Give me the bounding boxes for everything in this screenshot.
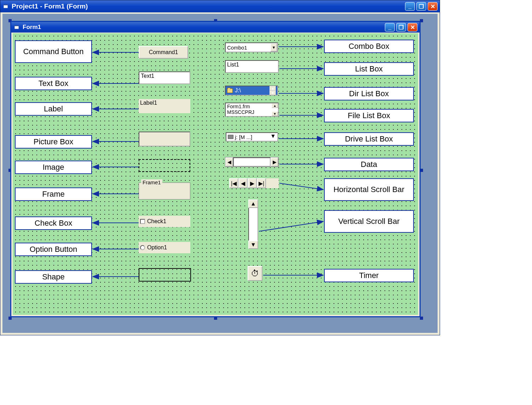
vb-project-icon — [2, 3, 9, 10]
callout-timer: Timer — [324, 269, 414, 282]
data-control[interactable]: ◀ ▶ — [225, 157, 279, 167]
outer-titlebar[interactable]: Project1 - Form1 (Form) _ ❐ ✕ — [0, 0, 440, 12]
callout-check-box: Check Box — [15, 216, 92, 230]
textbox-value: Text1 — [141, 73, 154, 79]
label-caption: Label1 — [140, 100, 157, 106]
drive-icon — [228, 135, 233, 139]
mdi-parent-window: Project1 - Form1 (Form) _ ❐ ✕ Form1 — [0, 0, 440, 335]
svg-line-19 — [279, 183, 323, 190]
callout-text: Combo Box — [349, 42, 389, 51]
textbox-control[interactable]: Text1 — [139, 71, 190, 84]
callout-drive-list-box: Drive List Box — [324, 132, 414, 146]
frame-control[interactable]: Frame1 — [139, 183, 190, 199]
callout-shape: Shape — [15, 270, 92, 284]
callout-hscroll: Horizontal Scroll Bar — [324, 178, 414, 201]
hscroll-prev-icon[interactable]: ◀ — [238, 178, 248, 188]
callout-text: Timer — [359, 271, 378, 280]
callout-option-button: Option Button — [15, 243, 92, 256]
callout-list-box: List Box — [324, 62, 414, 76]
command-button-caption: Command1 — [149, 49, 178, 56]
vscroll-track[interactable] — [248, 208, 258, 241]
callout-text: Horizontal Scroll Bar — [334, 185, 405, 194]
listbox-control[interactable]: List1 — [225, 60, 279, 73]
form-icon — [13, 24, 20, 30]
callout-text: Vertical Scroll Bar — [338, 217, 400, 226]
callout-file-list-box: File List Box — [324, 109, 414, 122]
filelist-up-icon[interactable]: ▲ — [272, 103, 278, 108]
callout-text: Command Button — [23, 47, 83, 56]
mdi-client-area: Form1 _ ❐ ✕ Command Button Text Box Labe… — [2, 14, 438, 333]
callout-text: Text Box — [39, 79, 68, 88]
command-button-control[interactable]: Command1 — [139, 46, 188, 59]
callout-text: Option Button — [30, 245, 77, 254]
timer-control[interactable]: ⏱ — [248, 266, 262, 281]
svg-rect-1 — [4, 4, 8, 5]
combobox-control[interactable]: Combo1 ▼ — [225, 42, 278, 52]
vscroll-down-icon[interactable]: ▼ — [248, 241, 258, 249]
option-caption: Option1 — [147, 244, 167, 251]
option-circle — [140, 245, 145, 250]
callout-vscroll: Vertical Scroll Bar — [324, 210, 414, 233]
callout-text: Dir List Box — [349, 89, 389, 98]
hscroll-last-icon[interactable]: ▶| — [257, 178, 266, 188]
vscrollbar-control[interactable]: ▲ ▼ — [248, 199, 258, 249]
filelist-item[interactable]: MSSCCPRJ — [227, 109, 270, 115]
callout-text: File List Box — [348, 111, 390, 120]
dirlist-down-icon[interactable]: ▼ — [270, 91, 276, 95]
outer-close-button[interactable]: ✕ — [428, 2, 438, 11]
checkbox-control[interactable]: Check1 — [139, 216, 190, 227]
outer-maximize-button[interactable]: ❐ — [416, 2, 426, 11]
svg-rect-0 — [4, 5, 8, 8]
data-next-icon[interactable]: ▶ — [271, 157, 278, 167]
inner-maximize-button[interactable]: ❐ — [396, 23, 406, 31]
checkbox-caption: Check1 — [147, 218, 166, 225]
drivelistbox-control[interactable]: j: [M ...] ▼ — [226, 132, 278, 141]
stopwatch-icon: ⏱ — [251, 268, 259, 278]
callout-text: Drive List Box — [345, 134, 393, 144]
label-control[interactable]: Label1 — [139, 99, 190, 113]
shape-control[interactable] — [139, 268, 191, 282]
data-caption-area — [233, 157, 271, 167]
chevron-down-icon[interactable]: ▼ — [270, 133, 277, 141]
filelistbox-control[interactable]: Form1.frm MSSCCPRJ ▲▼ — [225, 103, 279, 117]
callout-frame: Frame — [15, 187, 92, 201]
checkbox-box — [140, 219, 145, 224]
outer-title: Project1 - Form1 (Form) — [12, 2, 88, 10]
svg-line-20 — [259, 221, 323, 231]
chevron-down-icon[interactable]: ▼ — [270, 43, 277, 52]
picturebox-control[interactable] — [139, 132, 190, 146]
vscroll-up-icon[interactable]: ▲ — [248, 199, 258, 208]
folder-open-icon — [227, 88, 233, 93]
dirlistbox-control[interactable]: J:\ ▲▼ — [225, 86, 278, 96]
svg-rect-2 — [15, 26, 19, 29]
listbox-value: List1 — [227, 62, 239, 68]
image-control[interactable] — [139, 159, 190, 172]
filelist-item[interactable]: Form1.frm — [227, 104, 270, 109]
data-prev-icon[interactable]: ◀ — [225, 157, 233, 167]
outer-minimize-button[interactable]: _ — [405, 2, 415, 11]
hscrollbar-control[interactable]: |◀ ◀ ▶ ▶| — [229, 178, 279, 188]
optionbutton-control[interactable]: Option1 — [139, 242, 190, 253]
callout-picture-box: Picture Box — [15, 135, 92, 149]
dirlist-up-icon[interactable]: ▲ — [270, 86, 276, 91]
callout-text: Image — [42, 163, 64, 172]
callout-text-box: Text Box — [15, 77, 92, 90]
callout-text: Data — [361, 160, 377, 169]
callout-text: Label — [44, 104, 63, 114]
combobox-value: Combo1 — [226, 45, 270, 51]
callout-text: Shape — [42, 272, 65, 282]
callout-dir-list-box: Dir List Box — [324, 87, 414, 100]
hscroll-next-icon[interactable]: ▶ — [248, 178, 257, 188]
inner-close-button[interactable]: ✕ — [407, 23, 417, 31]
form-design-surface[interactable]: Command Button Text Box Label Picture Bo… — [13, 33, 418, 315]
svg-rect-3 — [15, 25, 19, 26]
drive-value: j: [M ...] — [235, 134, 270, 140]
frame-caption: Frame1 — [141, 179, 162, 185]
inner-minimize-button[interactable]: _ — [385, 23, 395, 31]
callout-text: Frame — [42, 190, 65, 199]
callout-data: Data — [324, 158, 414, 171]
inner-titlebar[interactable]: Form1 _ ❐ ✕ — [11, 22, 420, 33]
callout-text: List Box — [355, 64, 383, 74]
hscroll-first-icon[interactable]: |◀ — [229, 178, 238, 188]
filelist-down-icon[interactable]: ▼ — [272, 111, 278, 116]
